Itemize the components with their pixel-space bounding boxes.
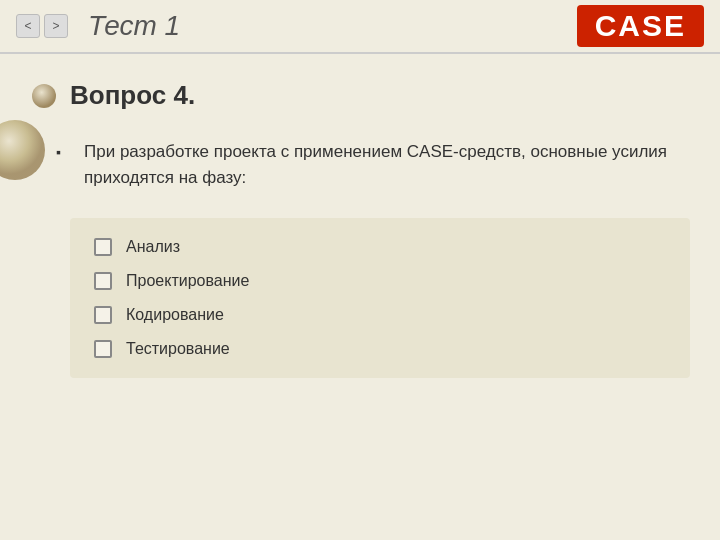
question-title: Вопрос 4. xyxy=(70,80,195,111)
answer-label-3: Кодирование xyxy=(126,306,224,324)
answers-container: Анализ Проектирование Кодирование Тестир… xyxy=(70,218,690,378)
answer-item-1[interactable]: Анализ xyxy=(94,238,666,256)
page-title: Тест 1 xyxy=(88,10,180,41)
question-body: При разработке проекта с применением CAS… xyxy=(70,139,690,190)
nav-forward-button[interactable]: > xyxy=(44,14,68,38)
answer-checkbox-4[interactable] xyxy=(94,340,112,358)
answer-label-4: Тестирование xyxy=(126,340,230,358)
top-bar: < > Тест 1 CASE xyxy=(0,0,720,52)
svg-point-0 xyxy=(0,120,45,180)
nav-forward-icon: > xyxy=(52,19,59,33)
nav-back-button[interactable]: < xyxy=(16,14,40,38)
svg-point-1 xyxy=(32,84,56,108)
nav-buttons: < > xyxy=(16,14,68,38)
decorative-sphere xyxy=(0,115,50,185)
answer-checkbox-1[interactable] xyxy=(94,238,112,256)
question-text: При разработке проекта с применением CAS… xyxy=(70,139,690,190)
content-area: Вопрос 4. При разработке проекта с приме… xyxy=(0,60,720,540)
question-header: Вопрос 4. xyxy=(30,80,690,119)
answer-checkbox-2[interactable] xyxy=(94,272,112,290)
answer-label-1: Анализ xyxy=(126,238,180,256)
answer-item-3[interactable]: Кодирование xyxy=(94,306,666,324)
title-area: Тест 1 xyxy=(68,10,577,42)
bullet-icon xyxy=(30,82,58,110)
case-badge: CASE xyxy=(577,5,704,47)
answer-item-2[interactable]: Проектирование xyxy=(94,272,666,290)
nav-back-icon: < xyxy=(24,19,31,33)
answer-item-4[interactable]: Тестирование xyxy=(94,340,666,358)
answer-label-2: Проектирование xyxy=(126,272,249,290)
answer-checkbox-3[interactable] xyxy=(94,306,112,324)
divider xyxy=(0,52,720,54)
